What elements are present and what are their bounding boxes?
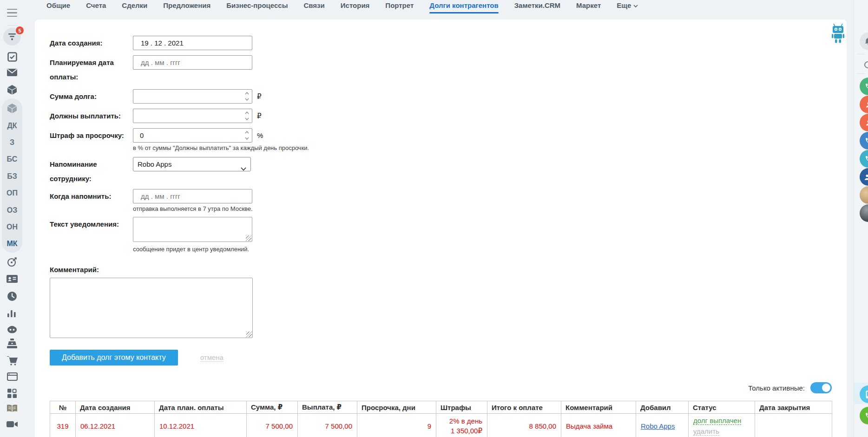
col-amount: Сумма, ₽: [247, 401, 298, 414]
sidebar-item-on[interactable]: ОН: [0, 223, 24, 231]
sidebar-item-z[interactable]: З: [0, 138, 24, 147]
search-icon[interactable]: [860, 57, 868, 74]
people-navy-icon[interactable]: [860, 168, 868, 186]
planned-date-input[interactable]: [133, 55, 252, 70]
sidebar-item-oz[interactable]: ОЗ: [0, 206, 24, 215]
person-orange-icon[interactable]: [860, 114, 868, 131]
chevron-down-icon: [633, 1, 638, 9]
creation-date-label: Дата создания:: [50, 36, 133, 50]
phone-green-icon[interactable]: [860, 78, 868, 95]
notification-textarea[interactable]: [133, 217, 252, 242]
video-camera-icon[interactable]: [0, 421, 24, 428]
resize-grip-icon[interactable]: [246, 235, 251, 241]
payout-input[interactable]: [133, 109, 252, 123]
cube-icon[interactable]: [0, 85, 24, 95]
avatar[interactable]: [860, 186, 868, 204]
cart-icon[interactable]: [0, 356, 24, 365]
mail-icon[interactable]: [0, 69, 24, 76]
penalty-input[interactable]: [133, 128, 252, 143]
status-delete-link[interactable]: удалить: [693, 427, 719, 436]
tab-portrait[interactable]: Портрет: [385, 1, 414, 13]
col-payout: Выплата, ₽: [298, 401, 357, 414]
sidebar-item-mk[interactable]: МК: [0, 240, 24, 248]
notification-text-label: Текст уведомления:: [50, 217, 133, 253]
divider: [857, 73, 865, 74]
reminder-date-input[interactable]: [133, 189, 252, 203]
cancel-link[interactable]: отмена: [200, 353, 224, 362]
col-planned: Дата план. оплаты: [155, 401, 247, 414]
phone-teal-icon[interactable]: [860, 150, 868, 168]
number-spinner-icon[interactable]: [243, 111, 250, 120]
ruble-sign: ₽: [257, 89, 262, 104]
target-icon[interactable]: [0, 257, 24, 267]
person-orange-icon[interactable]: [860, 96, 868, 113]
debt-amount-label: Сумма долга:: [50, 89, 133, 104]
status-paid-link[interactable]: долг выплачен: [693, 417, 741, 425]
clock-icon[interactable]: [0, 291, 24, 301]
only-active-toggle[interactable]: [810, 382, 832, 393]
reminder-date-label: Когда напомнить:: [50, 189, 133, 212]
number-spinner-icon[interactable]: [243, 131, 250, 140]
sidebar-item-dk[interactable]: ДК: [0, 122, 24, 130]
tab-general[interactable]: Общие: [46, 1, 70, 13]
debts-tab-panel: Дата создания: Планируемая дата оплаты: …: [35, 20, 847, 437]
resize-grip-icon[interactable]: [246, 332, 252, 337]
cell-fines: 2% в день 1 350,00₽: [436, 414, 487, 437]
filter-count-badge: 5: [16, 26, 24, 34]
filter-button[interactable]: 5: [0, 28, 24, 46]
tab-debts[interactable]: Долги контрагентов: [429, 1, 498, 13]
tab-invoices[interactable]: Счета: [86, 1, 106, 13]
tab-history[interactable]: История: [341, 1, 370, 13]
tab-notes[interactable]: Заметки.CRM: [514, 1, 560, 13]
tab-quotes[interactable]: Предложения: [163, 1, 210, 13]
sidebar-item-bs[interactable]: БС: [0, 155, 24, 163]
col-status: Статус: [689, 401, 755, 414]
notification-help-text: сообщение придет в центр уведомлений.: [133, 246, 252, 253]
cell-added-by: Robo Apps: [636, 414, 689, 437]
reminder-help-text: отправка выполняется в 7 утра по Москве.: [133, 205, 253, 212]
comment-textarea[interactable]: [50, 278, 253, 338]
window-icon[interactable]: [0, 372, 24, 381]
penalty-label: Штраф за просрочку:: [50, 128, 133, 151]
cell-close-date: [755, 414, 832, 437]
col-close-date: Дата закрытия: [755, 401, 832, 414]
bar-chart-icon[interactable]: [0, 309, 24, 317]
cell-status: долг выплачен удалить: [689, 414, 755, 437]
col-number: №: [50, 401, 76, 414]
left-sidebar: 5 ДК З БС БЗ ОП ОЗ ОН МК: [0, 0, 24, 437]
number-spinner-icon[interactable]: [243, 92, 250, 101]
debt-amount-input[interactable]: [133, 89, 252, 104]
phone-lime-icon[interactable]: [860, 407, 868, 424]
tab-deals[interactable]: Сделки: [122, 1, 147, 13]
tasks-checkbox-icon[interactable]: [0, 52, 24, 62]
divider: [7, 25, 17, 26]
tab-more[interactable]: Еще: [617, 1, 638, 13]
tab-market[interactable]: Маркет: [576, 1, 601, 13]
creation-date-input[interactable]: [133, 36, 252, 50]
book-icon[interactable]: [0, 404, 24, 413]
toggle-knob: [822, 384, 830, 392]
added-by-link[interactable]: Robo Apps: [641, 422, 675, 430]
col-comment: Комментарий: [561, 401, 636, 414]
reminder-employee-select[interactable]: Robo Apps: [133, 157, 251, 171]
cube-icon[interactable]: [0, 103, 24, 114]
divider: [857, 54, 865, 54]
phone-blue-icon[interactable]: [860, 132, 868, 150]
tab-bizproc[interactable]: Бизнес-процессы: [226, 1, 288, 13]
right-sidebar: [854, 0, 868, 437]
id-card-icon[interactable]: [0, 275, 24, 283]
robot-head-icon[interactable]: [0, 325, 24, 333]
cash-register-icon[interactable]: [0, 339, 24, 349]
notifications-bell-icon[interactable]: [860, 33, 868, 50]
grid-icon[interactable]: [0, 389, 24, 398]
col-added-by: Добавил: [636, 401, 689, 414]
add-debt-button[interactable]: Добавить долг этому контакту: [50, 350, 178, 365]
col-overdue: Просрочка, дни: [357, 401, 436, 414]
col-total: Итого к оплате: [487, 401, 561, 414]
sidebar-item-op[interactable]: ОП: [0, 189, 24, 197]
sidebar-item-bz[interactable]: БЗ: [0, 172, 24, 181]
hamburger-menu-icon[interactable]: [0, 7, 24, 18]
cell-overdue: 9: [357, 414, 436, 437]
tab-links[interactable]: Связи: [303, 1, 324, 13]
avatar[interactable]: [860, 204, 868, 222]
